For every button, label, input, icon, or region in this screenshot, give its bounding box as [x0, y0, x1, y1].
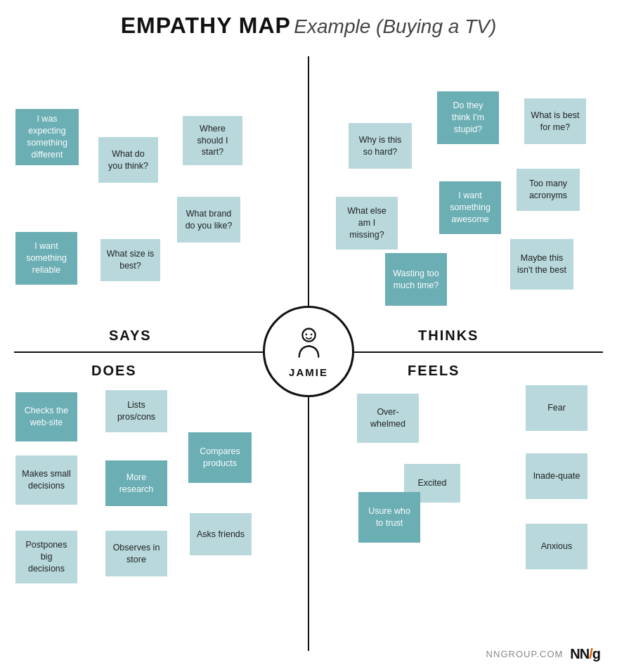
sticky-note-s4: What brand do you like?	[177, 197, 240, 243]
sticky-note-s2: What do you think?	[98, 137, 158, 183]
label-thinks: THINKS	[418, 328, 479, 344]
person-name: JAMIE	[289, 366, 328, 378]
sticky-note-t5: What else am I missing?	[336, 197, 398, 250]
sticky-note-f1: Over-whelmed	[357, 394, 419, 443]
sticky-note-d1: Checks the web-site	[15, 392, 77, 441]
sticky-note-d8: Asks friends	[190, 513, 252, 555]
label-does: DOES	[91, 363, 137, 379]
sticky-note-t2: Do they think I'm stupid?	[437, 91, 499, 144]
sticky-note-d3: Postpones big decisions	[15, 531, 77, 583]
sticky-note-d7: Compares products	[188, 432, 252, 483]
sticky-note-s5: I want something reliable	[15, 232, 77, 285]
footer: NNGROUP.COM NN/g	[486, 646, 600, 662]
person-icon	[290, 325, 328, 363]
sticky-note-s3: Where should I start?	[183, 116, 242, 165]
sticky-note-f6: Anxious	[526, 524, 587, 569]
sticky-note-d4: Lists pros/cons	[105, 390, 167, 432]
svg-point-0	[302, 329, 315, 342]
sticky-note-d5: More research	[105, 460, 167, 506]
sticky-note-f2: Fear	[526, 385, 587, 431]
label-says: SAYS	[109, 328, 152, 344]
footer-logo: NN/g	[570, 646, 600, 662]
sticky-note-f3: Inade-quate	[526, 453, 587, 499]
footer-site: NNGROUP.COM	[486, 649, 564, 659]
center-circle: JAMIE	[263, 306, 354, 397]
page-container: EMPATHY MAP Example (Buying a TV) JAMIE …	[0, 0, 617, 672]
svg-point-2	[310, 333, 312, 335]
sticky-note-t4: Too many acronyms	[517, 169, 580, 211]
sticky-note-t6: I want something awesome	[439, 181, 501, 234]
sticky-note-t3: What is best for me?	[524, 98, 586, 144]
title-bold: EMPATHY MAP	[121, 13, 291, 38]
sticky-note-t7: Wasting too much time?	[385, 253, 447, 306]
sticky-note-d2: Makes small decisions	[15, 455, 77, 505]
sticky-note-s1: I was expecting something different	[15, 109, 79, 165]
title-area: EMPATHY MAP Example (Buying a TV)	[0, 0, 617, 46]
sticky-note-f5: Usure who to trust	[358, 492, 420, 543]
sticky-note-t8: Maybe this isn't the best	[510, 239, 573, 290]
sticky-note-s6: What size is best?	[100, 239, 160, 281]
svg-point-1	[305, 333, 307, 335]
sticky-note-t1: Why is this so hard?	[349, 123, 412, 169]
label-feels: FEELS	[408, 363, 460, 379]
sticky-note-d6: Observes in store	[105, 531, 167, 576]
title-italic: Example (Buying a TV)	[294, 15, 496, 37]
